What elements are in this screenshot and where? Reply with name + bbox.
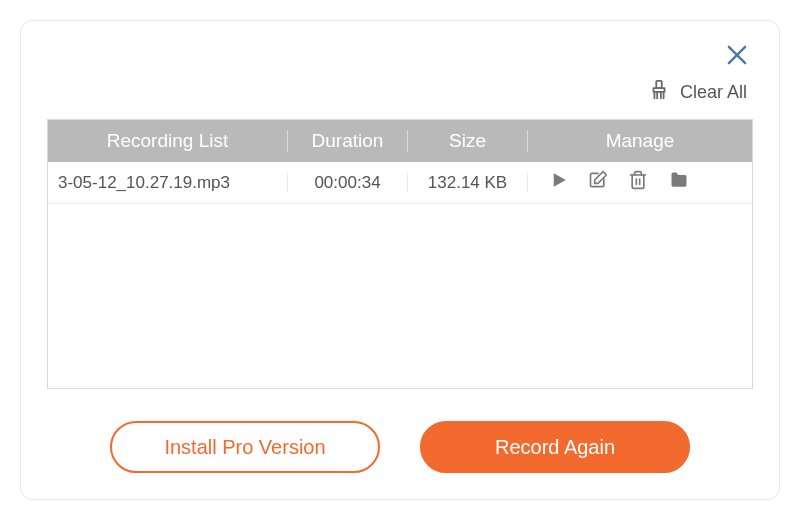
- folder-icon: [668, 170, 690, 190]
- footer: Install Pro Version Record Again: [47, 421, 753, 473]
- trash-icon: [628, 170, 648, 190]
- close-row: [47, 39, 753, 75]
- cell-size: 132.14 KB: [408, 173, 528, 193]
- table-header: Recording List Duration Size Manage: [48, 120, 752, 162]
- record-again-button[interactable]: Record Again: [420, 421, 690, 473]
- header-size: Size: [408, 130, 528, 152]
- play-icon: [550, 171, 568, 189]
- header-manage: Manage: [528, 130, 752, 152]
- brush-icon: [648, 79, 670, 101]
- open-folder-button[interactable]: [668, 170, 690, 195]
- svg-rect-2: [656, 81, 662, 88]
- close-icon: [723, 41, 751, 69]
- header-duration: Duration: [288, 130, 408, 152]
- table-row[interactable]: 3-05-12_10.27.19.mp3 00:00:34 132.14 KB: [48, 162, 752, 204]
- manage-icons: [528, 170, 752, 195]
- play-button[interactable]: [550, 171, 568, 194]
- clear-all-button[interactable]: [648, 79, 670, 105]
- install-pro-button[interactable]: Install Pro Version: [110, 421, 380, 473]
- edit-button[interactable]: [588, 170, 608, 195]
- header-recording-list: Recording List: [48, 130, 288, 152]
- cell-filename: 3-05-12_10.27.19.mp3: [48, 173, 288, 193]
- recording-list-panel: Clear All Recording List Duration Size M…: [20, 20, 780, 500]
- delete-button[interactable]: [628, 170, 648, 195]
- close-button[interactable]: [721, 39, 753, 75]
- cell-duration: 00:00:34: [288, 173, 408, 193]
- recording-table: Recording List Duration Size Manage 3-05…: [47, 119, 753, 389]
- cell-manage: [528, 170, 752, 195]
- toolbar: Clear All: [47, 75, 753, 109]
- svg-marker-7: [554, 173, 566, 187]
- clear-all-label[interactable]: Clear All: [680, 82, 747, 103]
- edit-icon: [588, 170, 608, 190]
